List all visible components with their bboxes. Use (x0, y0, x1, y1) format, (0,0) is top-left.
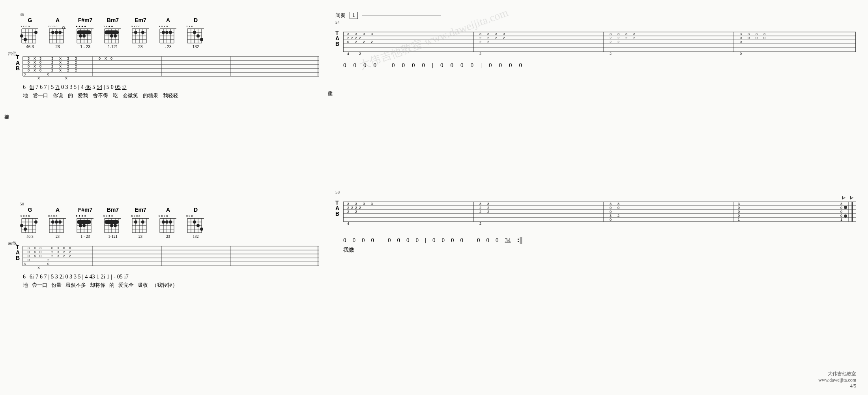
tab-staff-bottom: 吉他 T A B 3 X 3 0 X (8, 240, 320, 274)
chord-g: G x x o o (20, 17, 40, 49)
guitar-label-bottom: 吉他 (8, 240, 17, 246)
rm-note-5: 0 (388, 237, 391, 244)
svg-point-98 (200, 38, 203, 41)
b-note-4: 6 7 (40, 274, 47, 280)
svg-text:3: 3 (610, 202, 612, 206)
b-lyric-9: （我轻轻） (152, 282, 178, 289)
svg-rect-40 (77, 30, 91, 34)
svg-text:x o x o: x o x o (48, 214, 58, 218)
b-barline-2: | (82, 274, 84, 280)
chord-a-name: A (56, 17, 60, 23)
svg-point-189 (82, 224, 86, 227)
svg-text:X: X (57, 254, 60, 258)
svg-text:3: 3 (487, 32, 489, 36)
measure-num-right-mid: 58 (335, 190, 856, 194)
svg-text:B: B (335, 211, 339, 217)
rm-barline-1: | (380, 237, 382, 244)
chord-fsharpm7-b-diagram: ● ● ● ● (75, 214, 95, 234)
rt-note-15: 0 (509, 62, 512, 69)
svg-point-96 (193, 31, 196, 34)
svg-text:4: 4 (347, 52, 349, 56)
rm-note-10: 0 (442, 237, 445, 244)
svg-text:2: 2 (371, 40, 373, 44)
chord-d-b-diagram: x x o (185, 214, 206, 234)
note-13: 5 (107, 84, 109, 90)
svg-text:X: X (59, 56, 62, 60)
svg-point-41 (79, 34, 82, 38)
svg-point-229 (162, 220, 165, 224)
svg-text:1: 1 (738, 218, 740, 222)
barline-3: | (104, 84, 105, 90)
svg-text:3: 3 (479, 32, 481, 36)
svg-text:3: 3 (748, 32, 750, 36)
svg-text:2: 2 (67, 64, 69, 68)
svg-text:X: X (65, 76, 67, 80)
svg-text:0: 0 (39, 64, 41, 68)
lyric-4: 的 (68, 92, 73, 99)
chord-g-name: G (28, 17, 32, 23)
svg-text:2: 2 (51, 254, 53, 258)
bottom-left-section: 50 G x x o o (8, 201, 320, 289)
svg-text:0: 0 (347, 40, 349, 44)
svg-text:3: 3 (24, 72, 26, 76)
svg-text:2: 2 (67, 60, 69, 64)
svg-text:0: 0 (748, 36, 750, 40)
chord-a-diagram: x o x o (47, 24, 68, 45)
svg-text:x x o o: x x o o (21, 24, 30, 28)
chord-em7-b: Em7 o x x o 23 (130, 207, 151, 239)
svg-text:2: 2 (347, 206, 349, 210)
svg-text:3: 3 (633, 32, 635, 36)
svg-point-243 (193, 220, 196, 224)
svg-point-27 (58, 31, 62, 34)
tab-staff-right-top: T A B 3 3 3 3 2 2 2 2 0 2 (333, 25, 858, 60)
svg-text:x x o: x x o (186, 214, 193, 218)
svg-text:0: 0 (610, 206, 612, 210)
svg-text:2: 2 (479, 222, 481, 226)
svg-text:X: X (37, 76, 40, 80)
svg-text:4: 4 (347, 222, 349, 226)
svg-text:X: X (34, 250, 36, 254)
chord-fsharpm7-diagram: ● ● ● ● (75, 24, 95, 45)
note-4: 6 7 (40, 84, 47, 90)
tab-staff-right-mid: T A B ▹ ▹ 3 3 3 3 (333, 195, 858, 234)
repeat-num: 1 (352, 13, 355, 18)
svg-point-175 (58, 220, 62, 224)
note-5: 5 (51, 84, 54, 90)
svg-text:2: 2 (75, 68, 77, 72)
svg-point-361 (844, 206, 847, 209)
b-note-2: 6i (30, 274, 34, 280)
svg-point-159 (20, 224, 23, 227)
b-note-14: - (114, 274, 116, 280)
b-lyric-5: 却将你 (90, 282, 105, 289)
chord-d-diagram: x x o (185, 24, 206, 45)
rt-note-7: 0 (412, 62, 415, 69)
svg-text:B: B (16, 255, 20, 261)
chord-d-name: D (194, 17, 198, 23)
svg-text:2: 2 (633, 36, 635, 40)
chord-bm7-name: Bm7 (107, 17, 119, 23)
note-2: 6i (30, 84, 34, 90)
lyric-10: 我轻轻 (163, 92, 178, 99)
svg-text:2: 2 (359, 36, 361, 40)
svg-text:2: 2 (75, 64, 77, 68)
b-note-8: 3 5 (74, 274, 81, 280)
svg-text:0: 0 (47, 72, 49, 76)
note-10: 46 (85, 84, 91, 90)
svg-text:3: 3 (39, 56, 41, 60)
svg-point-83 (165, 31, 168, 34)
svg-text:3: 3 (355, 202, 357, 206)
svg-text:0: 0 (47, 262, 49, 266)
barline-1: | (48, 84, 49, 90)
svg-text:0: 0 (28, 250, 30, 254)
svg-text:0: 0 (28, 254, 30, 258)
svg-text:3: 3 (738, 202, 740, 206)
lyric-3: 你说 (53, 92, 63, 99)
b-note-1: 6 (23, 274, 26, 280)
lyric-2: 尝一口 (33, 92, 48, 99)
rm-note-9: 0 (432, 237, 436, 244)
lyric-8: 会微笑 (123, 92, 138, 99)
svg-point-11 (20, 34, 23, 38)
chord-fsharpm7: F#m7 ● ● ● ● (75, 17, 95, 49)
svg-text:3: 3 (371, 202, 373, 206)
svg-point-42 (82, 34, 86, 38)
